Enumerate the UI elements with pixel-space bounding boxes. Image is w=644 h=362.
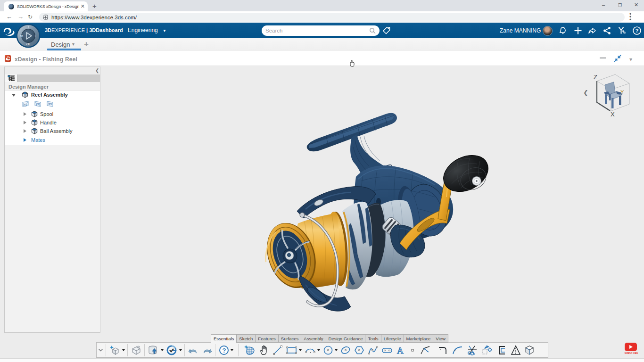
app-exit-fullscreen-icon[interactable] <box>614 55 621 62</box>
sketch-convert-button[interactable] <box>479 343 494 357</box>
ribbon-tab-essentials[interactable]: Essentials <box>211 334 236 343</box>
window-minimize-icon[interactable]: – <box>602 2 605 8</box>
3ds-logo[interactable] <box>3 26 15 36</box>
plane-yz-icon[interactable]: yz <box>34 100 41 107</box>
new-sketch-button[interactable] <box>242 343 257 357</box>
browser-tab[interactable]: SOLIDWORKS xDesign - xDesign ✕ <box>4 1 88 11</box>
reload-icon[interactable]: ↻ <box>28 13 33 21</box>
insert-component-button[interactable] <box>129 343 143 357</box>
update-button[interactable] <box>165 343 183 357</box>
sketch-ellipse-button[interactable] <box>339 343 352 357</box>
panel-collapse-icon[interactable]: ❮ <box>95 68 99 73</box>
ribbon-tab-marketplace[interactable]: Marketplace <box>404 334 433 343</box>
dropdown-arrow-icon[interactable] <box>299 349 302 351</box>
sketch-rectangle-button[interactable] <box>284 343 303 357</box>
add-dashboard-tab-button[interactable]: + <box>84 40 89 49</box>
collapsed-arrow-icon[interactable] <box>24 129 26 133</box>
share-arrow-icon[interactable] <box>587 26 597 35</box>
tree-row-spool[interactable]: Spool <box>5 110 100 119</box>
ribbon-tab-tools[interactable]: Tools <box>365 334 380 343</box>
tree-root-label[interactable]: Reel Assembly <box>31 92 68 98</box>
user-avatar[interactable] <box>543 26 553 36</box>
help-button[interactable]: ? <box>217 343 234 357</box>
forward-icon[interactable]: → <box>17 13 24 21</box>
sketch-spline-button[interactable] <box>366 343 380 357</box>
compass-button[interactable]: 3D V.R I <box>16 24 41 48</box>
sketch-line-button[interactable] <box>271 343 284 357</box>
search-icon[interactable] <box>369 27 376 34</box>
collapsed-arrow-icon[interactable] <box>24 138 26 142</box>
sketch-offset-button[interactable] <box>494 343 509 357</box>
sketch-polygon-button[interactable] <box>352 343 366 357</box>
sketch-corner-button[interactable] <box>436 343 450 357</box>
sketch-mirror-button[interactable] <box>509 343 522 357</box>
ribbon-tab-features[interactable]: Features <box>255 334 278 343</box>
window-restore-icon[interactable]: ❐ <box>618 3 622 8</box>
tree-row-handle[interactable]: Handle <box>5 118 100 127</box>
new-part-button[interactable] <box>107 343 126 357</box>
user-name[interactable]: Zane MANNING <box>500 27 541 34</box>
app-more-chevron-icon[interactable]: ▾ <box>629 56 632 63</box>
search-input[interactable] <box>265 28 369 33</box>
swym-community-icon[interactable] <box>617 26 627 35</box>
brand-title[interactable]: 3DEXPERIENCE | 3DDashboard <box>45 27 123 33</box>
ribbon-tab-assembly[interactable]: Assembly <box>301 334 325 343</box>
exit-sketch-button[interactable] <box>522 343 536 357</box>
ribbon-tab-lifecycle[interactable]: Lifecycle <box>381 334 404 343</box>
sketch-dimension-button[interactable] <box>418 343 432 357</box>
tree-item-label[interactable]: Bail Assembly <box>40 128 72 134</box>
ribbon-tab-sketch[interactable]: Sketch <box>236 334 255 343</box>
context-menu[interactable]: Engineering <box>128 27 158 33</box>
plane-xy-icon[interactable]: xy <box>22 100 29 107</box>
dropdown-arrow-icon[interactable] <box>231 349 233 351</box>
save-button[interactable] <box>146 343 165 357</box>
tab-design[interactable]: Design <box>51 41 70 48</box>
sketch-slot-button[interactable] <box>380 343 394 357</box>
tree-item-label[interactable]: Spool <box>40 111 53 117</box>
dropdown-arrow-icon[interactable] <box>335 349 338 351</box>
tree-row-bail-assembly[interactable]: Bail Assembly <box>5 127 100 136</box>
notifications-bell-icon[interactable] <box>558 26 568 35</box>
toolbar-collapse-button[interactable] <box>97 343 104 357</box>
sketch-arc-button[interactable] <box>303 343 321 357</box>
collapsed-arrow-icon[interactable] <box>24 112 26 116</box>
dropdown-arrow-icon[interactable] <box>179 349 182 351</box>
dropdown-arrow-icon[interactable] <box>161 349 164 351</box>
redo-button[interactable] <box>200 343 214 357</box>
sketch-fillet-button[interactable] <box>450 343 465 357</box>
window-close-icon[interactable]: ✕ <box>634 2 638 8</box>
tab-close-icon[interactable]: ✕ <box>81 3 85 9</box>
new-tab-button[interactable]: + <box>92 3 97 9</box>
ribbon-tab-surfaces[interactable]: Surfaces <box>278 334 301 343</box>
tree-row-mates[interactable]: Mates <box>5 136 100 145</box>
plane-zx-icon[interactable]: zx <box>46 100 54 107</box>
youtube-play-icon[interactable] <box>625 343 637 351</box>
undo-button[interactable] <box>186 343 200 357</box>
context-chevron-icon[interactable]: ▼ <box>163 28 166 33</box>
tab-design-chevron-icon[interactable]: ▾ <box>72 41 74 47</box>
app-minimize-icon[interactable] <box>600 58 606 58</box>
tree-item-label[interactable]: Handle <box>40 120 57 125</box>
add-content-icon[interactable] <box>573 26 583 35</box>
dropdown-arrow-icon[interactable] <box>317 349 320 351</box>
search-box[interactable] <box>262 25 380 36</box>
browser-menu-icon[interactable]: ••• <box>627 13 633 21</box>
sketch-text-button[interactable]: A <box>394 343 407 357</box>
tag-icon[interactable] <box>382 26 391 35</box>
dropdown-arrow-icon[interactable] <box>122 349 125 351</box>
sketch-select-button[interactable] <box>257 343 271 357</box>
ribbon-tab-design-guidance[interactable]: Design Guidance <box>326 334 365 343</box>
collapsed-arrow-icon[interactable] <box>24 121 26 124</box>
share-network-icon[interactable] <box>603 26 612 35</box>
back-icon[interactable]: ← <box>6 13 12 21</box>
expanded-arrow-icon[interactable] <box>12 94 16 97</box>
help-icon[interactable]: ? <box>632 26 642 35</box>
tree-mates-label[interactable]: Mates <box>31 137 45 143</box>
url-field[interactable]: https://www.3dexperience.3ds.com/ <box>39 13 625 22</box>
tree-row-root[interactable]: Reel Assembly <box>5 90 100 99</box>
sketch-point-button[interactable] <box>407 343 418 357</box>
tab-design-manager[interactable] <box>5 74 17 82</box>
sketch-trim-button[interactable] <box>465 343 479 357</box>
ribbon-tab-view[interactable]: View <box>433 334 448 343</box>
site-info-icon[interactable] <box>43 15 48 20</box>
